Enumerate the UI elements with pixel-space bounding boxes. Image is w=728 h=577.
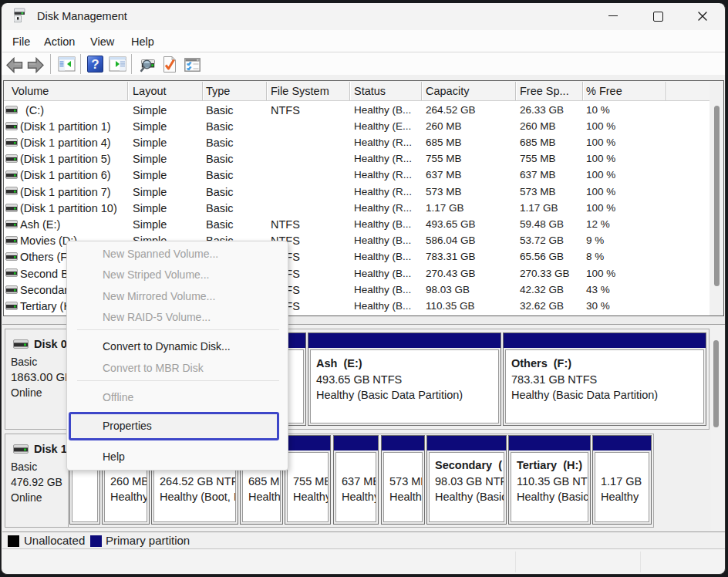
svg-text:?: ? — [91, 57, 99, 72]
